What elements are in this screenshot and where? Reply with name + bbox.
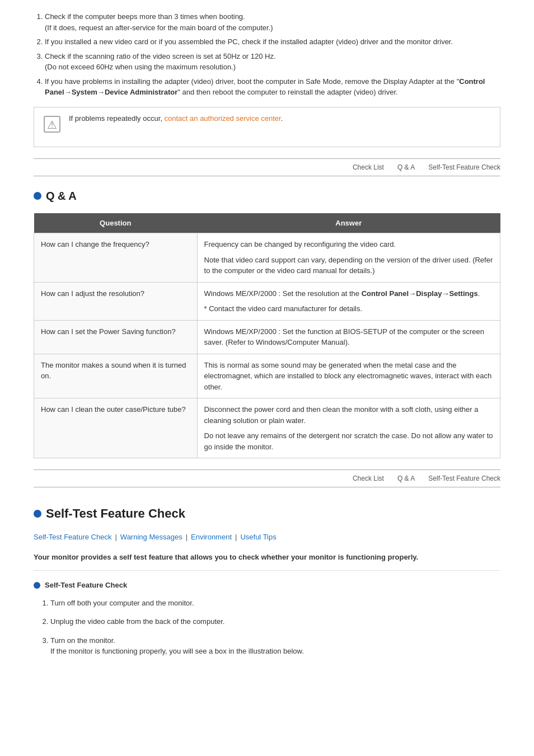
qa-question: How can I change the frequency?	[34, 233, 198, 283]
self-test-section: Self-Test Feature Check Self-Test Featur…	[34, 504, 500, 657]
qa-question: The monitor makes a sound when it is tur…	[34, 354, 198, 398]
qa-heading: Q & A	[46, 187, 77, 204]
sub-link-selftest[interactable]: Self-Test Feature Check	[34, 532, 111, 543]
list-item: If you installed a new video card or if …	[45, 36, 500, 48]
list-item: Check if the computer beeps more than 3 …	[45, 11, 500, 33]
nav-qa-1[interactable]: Q & A	[397, 162, 415, 172]
nav-bar-2: Check List Q & A Self-Test Feature Check	[34, 469, 500, 487]
self-test-sub-heading: Self-Test Feature Check	[34, 580, 500, 591]
qa-blue-dot	[34, 192, 41, 200]
qa-question: How can I set the Power Saving function?	[34, 320, 198, 354]
qa-question: How can I adjust the resolution?	[34, 282, 198, 320]
nav-checklist-1[interactable]: Check List	[353, 162, 384, 172]
self-test-heading: Self-Test Feature Check	[46, 504, 185, 523]
svg-text:⚠: ⚠	[47, 119, 57, 131]
qa-col-question: Question	[34, 213, 198, 233]
qa-answer: This is normal as some sound may be gene…	[197, 354, 500, 398]
qa-answer: Disconnect the power cord and then clean…	[197, 398, 500, 458]
sub-links: Self-Test Feature Check | Warning Messag…	[34, 532, 500, 543]
nav-selftest-2[interactable]: Self-Test Feature Check	[428, 473, 500, 483]
sub-link-warning[interactable]: Warning Messages	[120, 532, 182, 543]
sub-blue-dot	[34, 582, 40, 589]
notice-text: If problems repeatedly occur, contact an…	[69, 113, 283, 124]
sub-link-useful-tips[interactable]: Useful Tips	[240, 532, 276, 543]
step-item: Turn on the monitor.If the monitor is fu…	[50, 635, 500, 657]
nav-checklist-2[interactable]: Check List	[353, 473, 384, 483]
step-item: Unplug the video cable from the back of …	[50, 616, 500, 627]
self-test-intro: Your monitor provides a self test featur…	[34, 552, 500, 571]
self-test-blue-dot	[34, 510, 41, 518]
qa-col-answer: Answer	[197, 213, 500, 233]
nav-selftest-1[interactable]: Self-Test Feature Check	[428, 162, 500, 172]
steps-list: Turn off both your computer and the moni…	[34, 598, 500, 657]
qa-answer: Windows ME/XP/2000 : Set the function at…	[197, 320, 500, 354]
notice-box: ⚠ If problems repeatedly occur, contact …	[34, 107, 500, 147]
self-test-heading-section: Self-Test Feature Check	[34, 504, 500, 523]
nav-bar-1: Check List Q & A Self-Test Feature Check	[34, 158, 500, 176]
list-item: Check if the scanning ratio of the video…	[45, 51, 500, 73]
qa-question: How can I clean the outer case/Picture t…	[34, 398, 198, 458]
qa-heading-section: Q & A	[34, 187, 500, 204]
step-item: Turn off both your computer and the moni…	[50, 598, 500, 609]
service-center-link[interactable]: contact an authorized service center	[165, 114, 281, 123]
qa-answer: Frequency can be changed by reconfigurin…	[197, 233, 500, 283]
list-item: If you have problems in installing the a…	[45, 76, 500, 98]
sub-link-environment[interactable]: Environment	[191, 532, 232, 543]
warning-icon: ⚠	[42, 114, 62, 141]
sub-heading-text: Self-Test Feature Check	[45, 580, 127, 591]
qa-table: Question Answer How can I change the fre…	[34, 213, 500, 459]
nav-qa-2[interactable]: Q & A	[397, 473, 415, 483]
qa-answer: Windows ME/XP/2000 : Set the resolution …	[197, 282, 500, 320]
top-section: Check if the computer beeps more than 3 …	[34, 11, 500, 147]
